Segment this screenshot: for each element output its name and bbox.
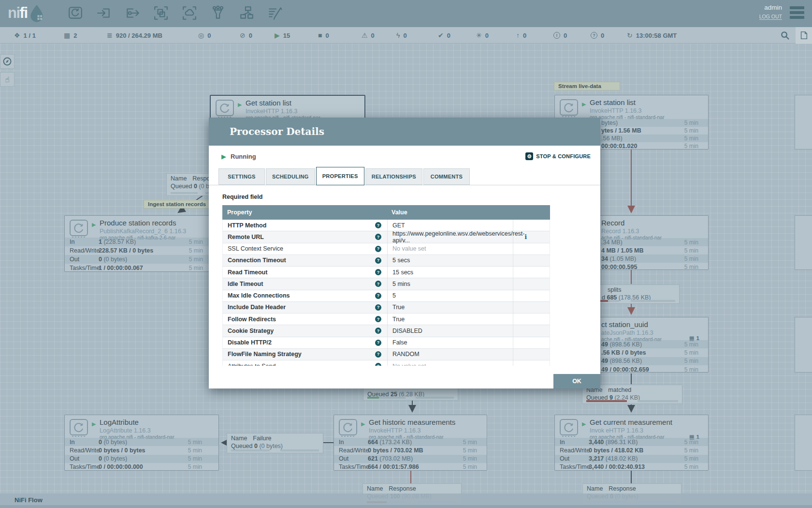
process-group-icon[interactable] (153, 5, 169, 22)
help-icon[interactable]: ? (375, 246, 381, 252)
logout-link[interactable]: LOG OUT (759, 14, 782, 20)
output-port-icon[interactable] (124, 5, 141, 22)
processor-stat-row: Tasks/Time0 / 00:00:00.000 5 min (65, 463, 218, 471)
dialog-title: Processor Details (209, 118, 600, 146)
template-icon[interactable] (238, 5, 255, 22)
property-row: SSL Context Service ? No value set (222, 243, 550, 255)
processor-title-block: Get current measurement Invok eHTTP 1.16… (590, 418, 672, 440)
dialog-tab[interactable]: SETTINGS (218, 168, 265, 185)
processor-card[interactable]: ▶Produce station records PublishKafkaRec… (64, 215, 220, 272)
partial-processor-card[interactable] (795, 415, 812, 471)
dialog-tab[interactable]: SCHEDULING (266, 168, 315, 185)
stat-label: Out (334, 455, 368, 462)
processor-stat-row: Out0 (0 bytes) 5 min (65, 455, 218, 463)
operate-palette[interactable]: ☝ (0, 72, 14, 87)
running-icon: ▶ (221, 153, 226, 160)
help-icon[interactable]: ? (375, 363, 381, 366)
stat-window: 5 min (463, 447, 477, 454)
processor-name: Produce station records (100, 219, 186, 227)
help-icon[interactable]: ? (375, 304, 381, 311)
label-icon[interactable] (267, 5, 283, 22)
help-icon[interactable]: ? (375, 269, 381, 275)
global-menu-icon[interactable] (790, 6, 804, 21)
play-icon: ▶ (92, 222, 96, 228)
breadcrumb[interactable]: NiFi Flow (14, 496, 43, 504)
processor-type: Invok eHTTP 1.16.3 (590, 427, 672, 434)
threads-icon: ▦ (64, 31, 70, 39)
partial-processor-card[interactable] (795, 215, 812, 270)
nifi-logo-text: nifi (8, 4, 28, 22)
stat-window: 5 min (463, 463, 477, 470)
help-icon[interactable]: ? (375, 234, 381, 240)
funnel-icon[interactable] (210, 5, 226, 22)
stat-window: 5 min (684, 120, 698, 126)
dialog-tab[interactable]: RELATIONSHIPS (365, 168, 422, 185)
stat-window: 5 min (188, 463, 202, 470)
stat-window: 5 min (684, 247, 698, 254)
processor-icon[interactable] (67, 5, 84, 22)
help-icon[interactable]: ? (375, 281, 381, 287)
help-icon[interactable]: ? (375, 351, 381, 358)
processor-run-icon (559, 99, 579, 120)
processor-type: PublishKafkaRecord_2_6 1.16.3 (100, 228, 186, 235)
canvas-label[interactable]: Stream live-data (554, 82, 620, 90)
refresh-time: 13:00:58 GMT (636, 32, 677, 39)
navigate-palette[interactable] (0, 54, 14, 69)
dialog-footer: OK (209, 374, 600, 388)
partial-processor-card[interactable] (795, 317, 812, 373)
queued-count: 0 (194, 183, 197, 190)
processor-stat-row: Tasks/Time664 / 00:01:57.986 5 min (334, 463, 487, 471)
dialog-tab[interactable]: PROPERTIES (316, 167, 364, 185)
stat-label: Out (65, 455, 99, 462)
stop-and-configure-button[interactable]: ⚙ STOP & CONFIGURE (522, 152, 594, 161)
play-icon: ▶ (582, 421, 586, 427)
help-icon[interactable]: ? (375, 222, 381, 228)
processor-card[interactable]: ▶Get current measurement Invok eHTTP 1.1… (554, 415, 709, 471)
stat-value: 1 / 00:00:00.067 (99, 265, 143, 271)
connection-name: matched (608, 387, 631, 393)
stat-value: 3,440 / 00:02:40.913 (589, 463, 645, 470)
partial-processor-card[interactable] (795, 95, 812, 149)
nifi-logo: nifi (8, 3, 45, 23)
ok-button[interactable]: OK (553, 374, 600, 388)
up-to-date-icon: ✔ (438, 31, 444, 39)
processor-type: InvokeHTTP 1.16.3 (246, 108, 320, 115)
canvas-label[interactable]: Ingest station records (144, 200, 210, 209)
processor-type: InvokeHTTP 1.16.3 (590, 107, 665, 114)
queue-percent-bars (367, 397, 454, 399)
play-icon: ▶ (582, 101, 586, 107)
refresh-icon[interactable]: ↻ (627, 31, 633, 39)
queued-count: 0 (254, 443, 258, 449)
stat-label: Out (65, 256, 99, 263)
stat-window: 5 min (684, 439, 698, 446)
status-item-locally-modified-stale: !0 (553, 27, 567, 44)
help-icon[interactable]: ? (375, 316, 381, 322)
locally-modified-stale-icon: ! (553, 32, 560, 39)
connection-name-label: Name (367, 485, 383, 492)
properties-table: Property Value HTTP Method ? GET (222, 205, 550, 366)
stat-window: 5 min (188, 447, 202, 454)
stat-label: In (65, 239, 99, 245)
info-icon[interactable]: i (525, 234, 527, 240)
help-icon[interactable]: ? (375, 293, 381, 299)
status-count: 0 (601, 32, 604, 39)
help-icon[interactable]: ? (375, 340, 381, 346)
status-item-queued: ≣920 / 264.29 MB (107, 27, 162, 44)
help-icon[interactable]: ? (375, 328, 381, 334)
connection-label[interactable]: NameFailure Queued 0 (0 bytes) (227, 433, 323, 453)
processor-card[interactable]: ▶Get historic measurements InvokeHTTP 1.… (334, 415, 487, 471)
help-icon[interactable]: ? (375, 257, 381, 264)
status-refresh: ↻13:00:58 GMT (627, 27, 677, 44)
processor-run-icon (559, 418, 579, 440)
stat-label: Tasks/Time (65, 265, 99, 271)
status-item-up-to-date: ✔0 (438, 27, 450, 44)
processor-card[interactable]: ▶LogAttribute LogAttribute 1.16.3 org.ap… (64, 415, 219, 471)
remote-process-group-icon[interactable] (181, 5, 198, 22)
input-port-icon[interactable] (96, 5, 112, 22)
dialog-tab[interactable]: COMMENTS (423, 168, 470, 185)
stat-window: 5 min (189, 256, 203, 263)
search-icon[interactable] (778, 30, 793, 42)
processor-type: LogAttribute 1.16.3 (100, 427, 174, 434)
bulletin-note-icon[interactable] (796, 27, 812, 44)
property-row: FlowFile Naming Strategy ? RANDOM (222, 349, 550, 360)
